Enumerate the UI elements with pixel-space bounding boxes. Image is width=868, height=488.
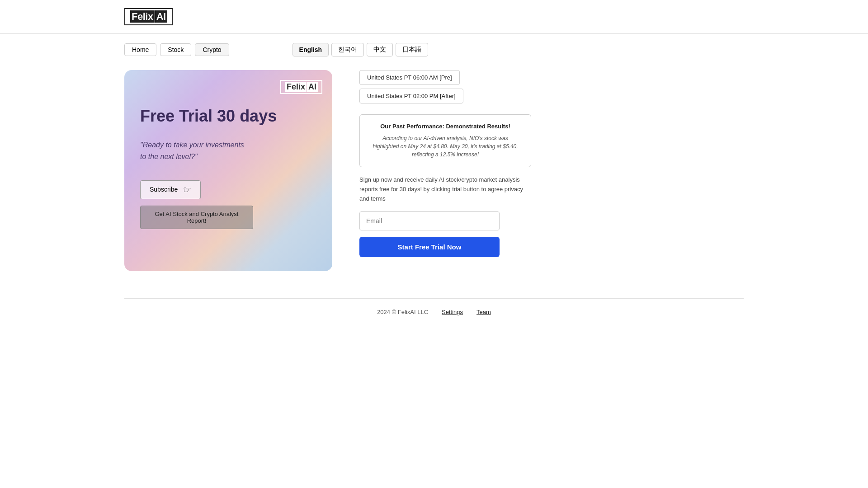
lang-tab-english[interactable]: English: [292, 43, 329, 56]
footer: 2024 © FelixAI LLC Settings Team: [124, 298, 744, 325]
time-badge-after: United States PT 02:00 PM [After]: [359, 89, 463, 103]
cursor-hand-icon: ☞: [183, 184, 191, 195]
right-panel: United States PT 06:00 AM [Pre] United S…: [359, 70, 744, 257]
signup-text: Sign up now and receive daily AI stock/c…: [359, 175, 531, 203]
nav-tabs: Home Stock Crypto: [124, 43, 229, 56]
start-free-trial-button[interactable]: Start Free Trial Now: [359, 237, 500, 257]
lang-tab-chinese[interactable]: 中文: [367, 43, 393, 56]
lang-tab-korean[interactable]: 한국어: [331, 43, 364, 56]
performance-box: Our Past Performance: Demonstrated Resul…: [359, 114, 531, 167]
hero-title: Free Trial 30 days: [140, 106, 316, 126]
main-content: FelixAI Free Trial 30 days "Ready to tak…: [0, 66, 868, 276]
footer-team-link[interactable]: Team: [476, 309, 491, 315]
nav-tab-home[interactable]: Home: [124, 43, 156, 56]
time-badge-pre: United States PT 06:00 AM [Pre]: [359, 70, 460, 85]
performance-text: According to our AI-driven analysis, NIO…: [369, 134, 522, 159]
footer-copyright: 2024 © FelixAI LLC: [377, 309, 428, 315]
email-input[interactable]: [359, 211, 500, 230]
header: FelixAI: [0, 0, 868, 34]
nav-area: Home Stock Crypto English 한국어 中文 日本語: [0, 34, 868, 66]
hero-logo-highlight: AI: [307, 82, 318, 92]
subscribe-label: Subscribe: [150, 186, 178, 193]
lang-tabs: English 한국어 中文 日本語: [292, 43, 429, 56]
hero-logo-text: Felix: [285, 82, 307, 92]
logo-highlight: AI: [155, 10, 167, 23]
nav-tab-crypto[interactable]: Crypto: [195, 43, 229, 56]
logo: FelixAI: [124, 8, 173, 25]
hero-quote: "Ready to take your investmentsto the ne…: [140, 139, 316, 162]
lang-tab-japanese[interactable]: 日本語: [396, 43, 428, 56]
report-button[interactable]: Get AI Stock and Crypto Analyst Report!: [140, 206, 253, 229]
footer-settings-link[interactable]: Settings: [442, 309, 463, 315]
hero-banner: FelixAI Free Trial 30 days "Ready to tak…: [124, 70, 332, 271]
logo-text: Felix: [130, 10, 155, 23]
performance-title: Our Past Performance: Demonstrated Resul…: [369, 123, 522, 130]
subscribe-button[interactable]: Subscribe ☞: [140, 180, 201, 199]
hero-logo: FelixAI: [280, 80, 322, 94]
nav-tab-stock[interactable]: Stock: [160, 43, 191, 56]
